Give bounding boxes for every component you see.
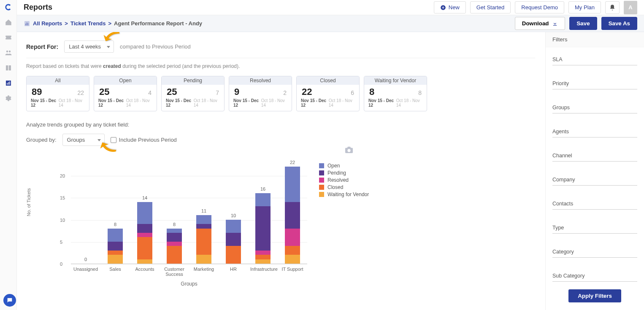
bar-total-label: 0: [78, 257, 93, 262]
reports-icon[interactable]: [5, 79, 12, 87]
filter-field-channel[interactable]: Channel: [552, 150, 637, 162]
include-previous-checkbox[interactable]: Include Previous Period: [111, 137, 177, 143]
summary-card-title: All: [27, 76, 89, 85]
bar-group[interactable]: 22: [285, 167, 300, 264]
filter-field-company[interactable]: Company: [552, 174, 637, 186]
y-tick: 20: [60, 173, 65, 178]
filter-field-type[interactable]: Type: [552, 222, 637, 234]
filter-field-agents[interactable]: Agents: [552, 126, 637, 137]
get-started-button[interactable]: Get Started: [470, 1, 511, 13]
filter-field-contacts[interactable]: Contacts: [552, 198, 637, 210]
legend-swatch: [319, 185, 324, 190]
svg-rect-3: [8, 82, 9, 85]
analyze-label: Analyze trends grouped by any ticket fie…: [26, 121, 535, 128]
y-tick: 10: [60, 218, 65, 223]
bell-icon: [609, 4, 616, 11]
bar-segment: [255, 255, 271, 259]
bar-segment: [137, 224, 152, 233]
x-tick: Unassigned: [73, 267, 98, 272]
user-avatar[interactable]: A: [624, 1, 637, 14]
summary-current-value: 25: [167, 86, 177, 97]
request-demo-button[interactable]: Request Demo: [515, 1, 564, 13]
bar-total-label: 10: [226, 213, 241, 218]
knowledge-icon[interactable]: [5, 64, 12, 72]
summary-previous-value: 2: [283, 89, 287, 96]
filter-field-groups[interactable]: Groups: [552, 102, 637, 113]
summary-previous-value: 7: [216, 89, 219, 96]
bar-segment: [137, 202, 152, 224]
top-bar: Reports New Get Started Request Demo My …: [17, 0, 644, 15]
summary-card-title: Waiting for Vendor: [364, 76, 427, 85]
summary-card[interactable]: Open 25 4 Nov 15 - Dec 12 Oct 18 - Nov 1…: [94, 76, 157, 111]
bar-total-label: 22: [285, 160, 300, 165]
new-button[interactable]: New: [434, 1, 466, 13]
bar-segment: [226, 246, 241, 264]
agents-icon[interactable]: [5, 49, 12, 57]
summary-card[interactable]: Resolved 9 2 Nov 15 - Dec 12 Oct 18 - No…: [229, 76, 292, 111]
bar-segment: [108, 242, 123, 251]
y-axis-label: No. of Tickets: [26, 188, 31, 216]
settings-icon[interactable]: [5, 94, 12, 102]
svg-rect-9: [27, 22, 27, 25]
bar-group[interactable]: 8: [108, 229, 123, 264]
filters-panel: Filters SLAPriorityGroupsAgentsChannelCo…: [545, 32, 644, 310]
summary-card-title: Open: [94, 76, 157, 85]
left-nav: [0, 0, 17, 310]
bar-group[interactable]: 11: [196, 215, 211, 264]
home-icon[interactable]: [5, 19, 12, 26]
save-button[interactable]: Save: [569, 17, 597, 30]
bar-segment: [226, 220, 241, 233]
legend-swatch: [319, 192, 324, 197]
bar-group[interactable]: 10: [226, 220, 241, 264]
summary-current-value: 25: [99, 86, 109, 97]
apply-filters-button[interactable]: Apply Filters: [568, 289, 621, 302]
annotation-arrow-icon: [103, 32, 120, 42]
svg-point-0: [6, 51, 8, 53]
bar-segment: [137, 233, 152, 237]
legend-swatch: [319, 178, 324, 183]
filter-field-priority[interactable]: Priority: [552, 78, 637, 89]
download-icon: [552, 21, 558, 27]
summary-card[interactable]: Pending 25 7 Nov 15 - Dec 12 Oct 18 - No…: [161, 76, 225, 111]
bar-group[interactable]: 14: [137, 202, 152, 264]
annotation-arrow-icon: [100, 142, 117, 153]
my-plan-button[interactable]: My Plan: [568, 1, 601, 13]
report-period-select[interactable]: Last 4 weeks: [64, 40, 114, 53]
x-tick: Sales: [103, 267, 128, 272]
filter-field-sub-category[interactable]: Sub Category: [552, 270, 637, 282]
bar-segment: [255, 206, 271, 250]
bar-group[interactable]: 8: [167, 229, 182, 264]
summary-current-value: 22: [302, 86, 312, 97]
bar-total-label: 16: [255, 186, 271, 191]
filter-field-category[interactable]: Category: [552, 246, 637, 258]
x-tick: IT Support: [280, 267, 305, 272]
report-for-label: Report For:: [26, 43, 58, 50]
notifications-button[interactable]: [605, 1, 620, 14]
bar-total-label: 8: [108, 222, 123, 227]
x-tick: Accounts: [132, 267, 157, 272]
chat-fab[interactable]: [3, 294, 16, 307]
breadcrumb-root[interactable]: All Reports: [33, 20, 62, 27]
summary-card[interactable]: Closed 22 6 Nov 15 - Dec 12 Oct 18 - Nov…: [296, 76, 360, 111]
bar-segment: [226, 233, 241, 246]
filter-field-sla[interactable]: SLA: [552, 54, 637, 65]
summary-card[interactable]: Waiting for Vendor 8 8 Nov 15 - Dec 12 O…: [364, 76, 427, 111]
chevron-down-icon: [97, 139, 101, 141]
bar-segment: [255, 251, 271, 255]
chevron-down-icon: [107, 46, 110, 48]
report-main: Report For: Last 4 weeks compared to Pre…: [17, 32, 545, 310]
download-button[interactable]: Download: [515, 17, 566, 30]
save-as-button[interactable]: Save As: [601, 17, 637, 30]
tickets-icon[interactable]: [5, 34, 12, 41]
summary-card-title: Pending: [162, 76, 224, 85]
svg-rect-10: [27, 23, 28, 25]
breadcrumb-mid[interactable]: Ticket Trends: [70, 20, 106, 27]
bar-segment: [285, 229, 300, 246]
bar-segment: [167, 246, 182, 264]
camera-icon[interactable]: [344, 146, 354, 154]
grouped-by-select[interactable]: Groups: [62, 134, 105, 146]
bar-segment: [108, 229, 123, 242]
summary-card[interactable]: All 89 22 Nov 15 - Dec 12 Oct 18 - Nov 1…: [26, 76, 89, 111]
legend-item: Closed: [319, 184, 369, 190]
bar-group[interactable]: 16: [255, 193, 271, 264]
